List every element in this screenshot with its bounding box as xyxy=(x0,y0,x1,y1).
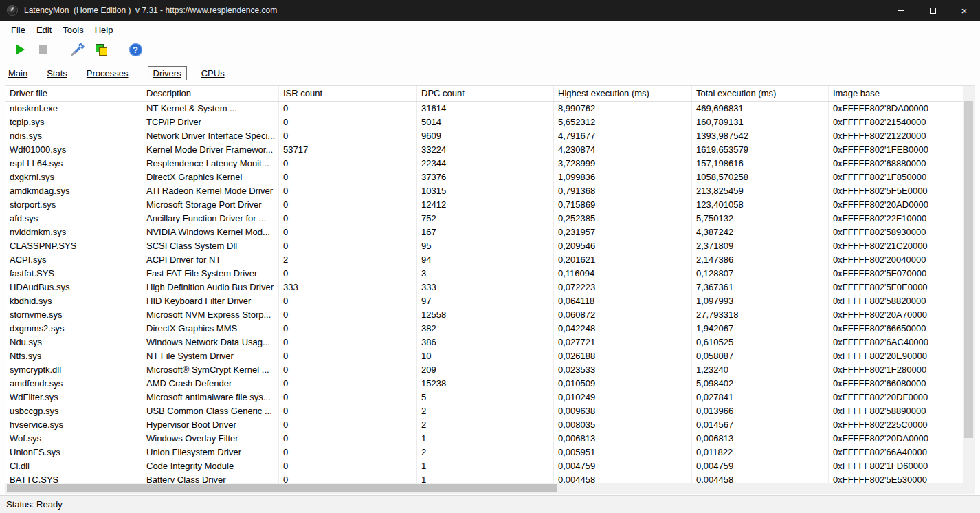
table-cell: AMD Crash Defender xyxy=(142,377,279,391)
table-cell: 5,750132 xyxy=(692,212,829,226)
horizontal-scrollbar-thumb[interactable] xyxy=(7,484,557,492)
table-cell: 0,009638 xyxy=(554,404,692,418)
table-row[interactable]: amdkmdag.sysATI Radeon Kernel Mode Drive… xyxy=(5,184,963,198)
table-cell: NT Kernel & System ... xyxy=(142,102,279,116)
table-row[interactable]: ACPI.sysACPI Driver for NT2940,2016212,1… xyxy=(5,253,963,267)
maximize-button[interactable] xyxy=(917,0,948,21)
table-cell: 0,004458 xyxy=(692,473,829,483)
table-row[interactable]: ndis.sysNetwork Driver Interface Speci..… xyxy=(5,129,963,143)
table-cell: 0xFFFFF802'58890000 xyxy=(829,404,963,418)
horizontal-scrollbar[interactable] xyxy=(5,483,963,494)
table-cell: 0 xyxy=(279,171,417,184)
table-cell: 1,099836 xyxy=(554,171,692,184)
table-row[interactable]: ntoskrnl.exeNT Kernel & System ...031614… xyxy=(5,102,963,116)
table-cell: Network Driver Interface Speci... xyxy=(142,129,279,143)
tab-main[interactable]: Main xyxy=(8,68,27,78)
column-header-total-execution[interactable]: Total execution (ms) xyxy=(692,86,829,101)
table-row[interactable]: storport.sysMicrosoft Storage Port Drive… xyxy=(5,198,963,212)
table-cell: 0 xyxy=(279,129,417,143)
start-monitor-button[interactable] xyxy=(11,41,29,58)
table-cell: 53717 xyxy=(279,143,417,157)
table-row[interactable]: BATTC.SYSBattery Class Driver010,0044580… xyxy=(5,473,963,483)
table-cell: 0xFFFFF802'225C0000 xyxy=(829,418,963,432)
table-cell: 2,371809 xyxy=(692,239,829,253)
table-row[interactable]: afd.sysAncillary Function Driver for ...… xyxy=(5,212,963,226)
table-row[interactable]: dxgmms2.sysDirectX Graphics MMS03820,042… xyxy=(5,322,963,336)
table-row[interactable]: Wdf01000.sysKernel Mode Driver Framewor.… xyxy=(5,143,963,157)
tab-processes[interactable]: Processes xyxy=(87,68,129,78)
table-cell: TCP/IP Driver xyxy=(142,116,279,129)
column-header-image-base[interactable]: Image base xyxy=(829,86,963,101)
table-row[interactable]: fastfat.SYSFast FAT File System Driver03… xyxy=(5,267,963,281)
table-row[interactable]: dxgkrnl.sysDirectX Graphics Kernel037376… xyxy=(5,171,963,184)
column-header-highest-execution[interactable]: Highest execution (ms) xyxy=(554,86,692,101)
minimize-button[interactable] xyxy=(885,0,917,21)
table-row[interactable]: Ndu.sysWindows Network Data Usag...03860… xyxy=(5,336,963,349)
column-header-driver-file[interactable]: Driver file xyxy=(5,86,142,101)
table-cell: 0xFFFFF802'66A40000 xyxy=(829,446,963,459)
table-cell: 10 xyxy=(417,349,554,363)
table-cell: 5 xyxy=(417,391,554,404)
stop-monitor-button[interactable] xyxy=(34,41,52,58)
table-cell: amdfendr.sys xyxy=(5,377,142,391)
tab-drivers[interactable]: Drivers xyxy=(148,66,187,80)
column-header-dpc-count[interactable]: DPC count xyxy=(417,86,554,101)
column-header-isr-count[interactable]: ISR count xyxy=(279,86,417,101)
table-row[interactable]: Cl.dllCode Integrity Module010,0047590,0… xyxy=(5,459,963,473)
table-cell: NVIDIA Windows Kernel Mod... xyxy=(142,226,279,239)
report-window-button[interactable] xyxy=(92,41,110,58)
table-row[interactable]: rspLLL64.sysResplendence Latency Monit..… xyxy=(5,157,963,171)
menu-edit[interactable]: Edit xyxy=(31,23,57,37)
table-cell: 0 xyxy=(279,349,417,363)
column-header-description[interactable]: Description xyxy=(142,86,279,101)
table-row[interactable]: stornvme.sysMicrosoft NVM Express Storp.… xyxy=(5,308,963,322)
table-cell: ACPI Driver for NT xyxy=(142,253,279,267)
table-cell: 0xFFFFF802'20E90000 xyxy=(829,349,963,363)
table-cell: 0 xyxy=(279,459,417,473)
table-row[interactable]: HDAudBus.sysHigh Definition Audio Bus Dr… xyxy=(5,281,963,294)
table-row[interactable]: UnionFS.sysUnion Filesystem Driver020,00… xyxy=(5,446,963,459)
table-row[interactable]: symcryptk.dllMicrosoft® SymCrypt Kernel … xyxy=(5,363,963,377)
table-cell: 0 xyxy=(279,363,417,377)
table-cell: Microsoft NVM Express Storp... xyxy=(142,308,279,322)
table-row[interactable]: hvservice.sysHypervisor Boot Driver020,0… xyxy=(5,418,963,432)
table-row[interactable]: WdFilter.sysMicrosoft antimalware file s… xyxy=(5,391,963,404)
window-title: LatencyMon (Home Edition ) v 7.31 - http… xyxy=(24,6,277,15)
close-button[interactable]: × xyxy=(948,0,980,21)
table-row[interactable]: Ntfs.sysNT File System Driver0100,026188… xyxy=(5,349,963,363)
table-cell: 0 xyxy=(279,294,417,308)
table-cell: 0,128807 xyxy=(692,267,829,281)
table-cell: 2 xyxy=(417,446,554,459)
table-cell: 27,793318 xyxy=(692,308,829,322)
table-cell: 0,042248 xyxy=(554,322,692,336)
tools-options-button[interactable] xyxy=(69,41,87,58)
table-cell: 0xFFFFF802'20AD0000 xyxy=(829,198,963,212)
menu-tools[interactable]: Tools xyxy=(57,23,89,37)
table-cell: 0,004759 xyxy=(554,459,692,473)
minimize-icon xyxy=(898,10,904,11)
tab-stats[interactable]: Stats xyxy=(47,68,67,78)
table-row[interactable]: amdfendr.sysAMD Crash Defender0152380,01… xyxy=(5,377,963,391)
table-cell: 5014 xyxy=(417,116,554,129)
vertical-scrollbar-thumb[interactable] xyxy=(964,101,973,438)
vertical-scrollbar[interactable] xyxy=(963,86,975,483)
menu-file[interactable]: File xyxy=(5,23,31,37)
tab-cpus[interactable]: CPUs xyxy=(201,68,225,78)
table-cell: USB Common Class Generic ... xyxy=(142,404,279,418)
table-row[interactable]: nvlddmkm.sysNVIDIA Windows Kernel Mod...… xyxy=(5,226,963,239)
table-row[interactable]: Wof.sysWindows Overlay Filter010,0068130… xyxy=(5,432,963,446)
table-row[interactable]: usbccgp.sysUSB Common Class Generic ...0… xyxy=(5,404,963,418)
table-cell: 0xFFFFF802'5F5E0000 xyxy=(829,184,963,198)
maximize-icon xyxy=(930,8,936,14)
menu-help[interactable]: Help xyxy=(89,23,119,37)
help-button[interactable]: ? xyxy=(126,41,144,58)
stacked-windows-icon xyxy=(94,43,109,57)
table-cell: 0,027721 xyxy=(554,336,692,349)
table-row[interactable]: CLASSPNP.SYSSCSI Class System Dll0950,20… xyxy=(5,239,963,253)
table-row[interactable]: tcpip.sysTCP/IP Driver050145,652312160,7… xyxy=(5,116,963,129)
table-cell: 0,006813 xyxy=(554,432,692,446)
table-cell: 0 xyxy=(279,116,417,129)
table-cell: 0,201621 xyxy=(554,253,692,267)
table-cell: ATI Radeon Kernel Mode Driver xyxy=(142,184,279,198)
table-row[interactable]: kbdhid.sysHID Keyboard Filter Driver0970… xyxy=(5,294,963,308)
